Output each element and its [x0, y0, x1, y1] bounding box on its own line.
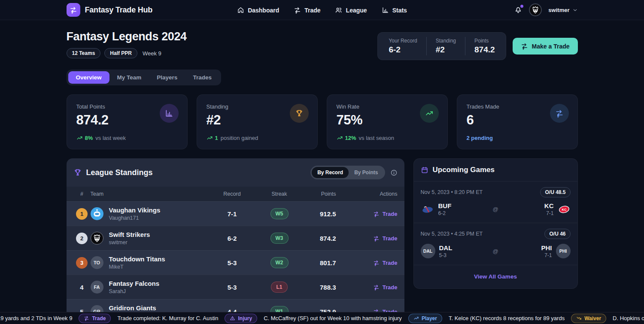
- main-nav: Dashboard Trade League Stats: [237, 0, 407, 20]
- nav-label: League: [346, 7, 367, 14]
- team-name: Swift Strikers: [109, 231, 150, 239]
- nav-label: Dashboard: [248, 7, 279, 14]
- trade-label: Trade: [383, 260, 398, 266]
- nav-item-league[interactable]: League: [335, 6, 367, 14]
- teams-badge: 12 Teams: [67, 48, 101, 58]
- tab-trades[interactable]: Trades: [185, 71, 219, 84]
- home-team-record: 7-1: [544, 210, 554, 216]
- pending-trades-note[interactable]: 2 pending: [467, 135, 493, 141]
- col-header-rank: #: [73, 191, 91, 197]
- points-value: 874.2: [474, 45, 495, 55]
- chiefs-logo-icon: KC: [558, 205, 571, 214]
- stat-card-total-points: Total Points 874.2 8% vs last week: [67, 94, 188, 149]
- row-trade-button[interactable]: Trade: [373, 235, 398, 242]
- standing-value: #2: [436, 45, 456, 55]
- row-trade-button[interactable]: Trade: [373, 211, 398, 217]
- stat-card-trades-made: Trades Made 6 2 pending: [457, 94, 578, 149]
- toggle-by-record[interactable]: By Record: [312, 167, 349, 178]
- ticker-item-text: T. Kelce (KC) records 8 receptions for 8…: [449, 315, 565, 321]
- users-icon: [335, 6, 343, 14]
- record-cell: 5-3: [207, 284, 258, 291]
- stat-card-win-rate: Win Rate 75% 12% vs last season: [327, 94, 448, 149]
- rank-badge: 1: [76, 208, 88, 220]
- notifications-button[interactable]: [514, 6, 522, 14]
- team-owner: switmer: [109, 239, 150, 245]
- tab-players[interactable]: Players: [149, 71, 185, 84]
- over-under-badge: O/U 48.5: [540, 187, 570, 197]
- svg-text:KC: KC: [562, 208, 566, 212]
- calendar-icon: [421, 166, 428, 174]
- week-label: Week 9: [143, 50, 161, 57]
- team-owner: Vaughan171: [109, 215, 161, 221]
- badge-label: Waiver: [584, 315, 601, 321]
- at-symbol: @: [472, 206, 519, 212]
- trade-label: Trade: [383, 235, 398, 242]
- swap-icon: [373, 260, 380, 266]
- info-icon[interactable]: [390, 169, 398, 176]
- game-row: Nov 5, 2023 • 4:25 PM ET O/U 46 DAL DAL …: [414, 223, 577, 265]
- trophy-icon: [290, 104, 309, 123]
- badge-label: Trade: [92, 315, 106, 321]
- standings-header-row: # Team Record Streak Points Actions: [67, 187, 404, 201]
- app-brand[interactable]: Fantasy Trade Hub: [67, 3, 153, 17]
- upcoming-games-panel: Upcoming Games Nov 5, 2023 • 8:20 PM ET …: [413, 158, 578, 289]
- swap-icon: [373, 235, 380, 242]
- col-header-record: Record: [207, 191, 258, 197]
- col-header-streak: Streak: [258, 191, 301, 197]
- row-trade-button[interactable]: Trade: [373, 260, 398, 266]
- stat-delta: 8%: [85, 135, 93, 141]
- stat-card-standing: Standing #2 1 position gained: [197, 94, 318, 149]
- bills-logo-icon: [421, 205, 434, 214]
- app-logo-swap-icon: [67, 3, 80, 17]
- swap-icon: [294, 6, 301, 14]
- injury-badge: Injury: [225, 314, 257, 323]
- row-trade-button[interactable]: Trade: [373, 284, 398, 291]
- trade-badge: Trade: [79, 314, 111, 323]
- record-value: 6-2: [389, 45, 417, 55]
- news-ticker: 19 yards and 2 TDs in Week 9 Trade Trade…: [0, 312, 644, 324]
- bar-chart-icon: [160, 104, 179, 123]
- app-title: Fantasy Trade Hub: [85, 6, 153, 15]
- badge-label: Injury: [238, 315, 252, 321]
- nav-item-stats[interactable]: Stats: [382, 6, 407, 14]
- make-a-trade-button[interactable]: Make a Trade: [513, 38, 578, 55]
- tab-overview[interactable]: Overview: [68, 71, 109, 84]
- points-label: Points: [474, 38, 495, 44]
- away-team-record: 5-3: [439, 252, 453, 258]
- trend-down-icon: [576, 315, 582, 321]
- nav-item-trade[interactable]: Trade: [294, 6, 320, 14]
- home-team-abbr: KC: [544, 202, 554, 209]
- record-cell: 7-1: [207, 210, 258, 218]
- username: switmer: [548, 7, 569, 13]
- col-header-actions: Actions: [348, 191, 398, 197]
- game-datetime: Nov 5, 2023 • 4:25 PM ET: [421, 231, 483, 237]
- standing-label: Standing: [436, 38, 456, 44]
- rank-badge: 2: [76, 233, 88, 244]
- trade-label: Trade: [383, 211, 398, 217]
- stat-note: vs last season: [359, 135, 394, 141]
- home-team-badge: PHI: [556, 244, 571, 258]
- stat-delta: 1: [215, 135, 218, 141]
- nav-item-dashboard[interactable]: Dashboard: [237, 6, 279, 14]
- rank-badge: 3: [76, 257, 88, 269]
- at-symbol: @: [472, 248, 519, 254]
- col-header-team: Team: [91, 191, 207, 197]
- rank-badge: 4: [80, 284, 83, 291]
- table-row: 1 Vaughan Vikings Vaughan171: [67, 201, 404, 226]
- user-avatar[interactable]: [529, 3, 542, 16]
- nav-label: Trade: [304, 7, 320, 14]
- home-icon: [237, 6, 244, 14]
- table-row: 4 FA Fantasy Falcons SarahJ 5-3 L1 788.3…: [67, 275, 404, 299]
- sort-toggle: By Record By Points: [310, 166, 385, 179]
- user-menu[interactable]: switmer: [548, 7, 577, 13]
- tab-my-team[interactable]: My Team: [109, 71, 149, 84]
- swap-icon: [84, 315, 89, 321]
- trend-up-icon: [207, 135, 213, 141]
- view-all-games-link[interactable]: View All Games: [414, 265, 577, 288]
- streak-badge: W5: [270, 208, 289, 219]
- player-badge: Player: [408, 314, 442, 323]
- toggle-by-points[interactable]: By Points: [349, 167, 383, 178]
- chevron-down-icon: [572, 7, 578, 13]
- ticker-item-text: Trade completed: K. Murray for C. Austin: [117, 315, 218, 321]
- swap-icon: [373, 211, 380, 217]
